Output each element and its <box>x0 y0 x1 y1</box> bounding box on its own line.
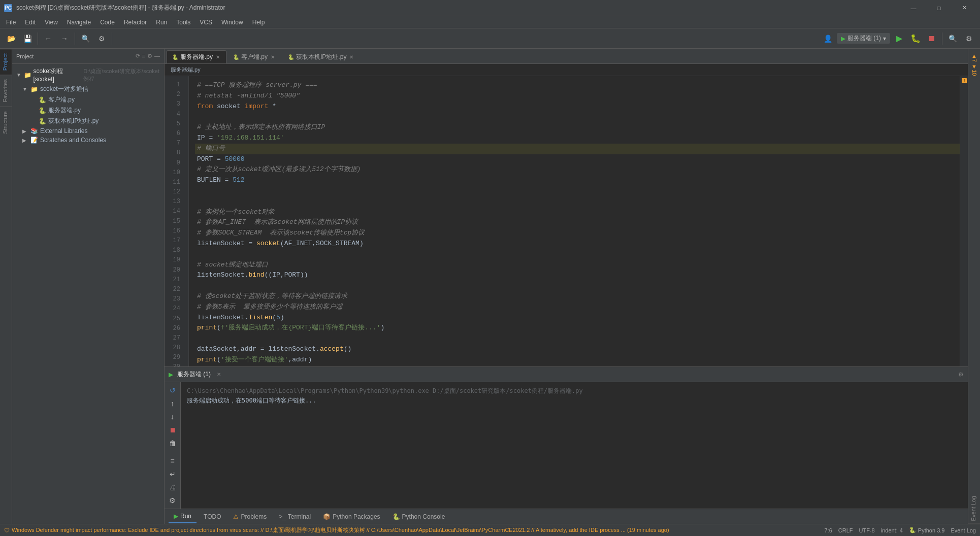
event-log-btn[interactable]: Event Log <box>968 494 980 524</box>
run-scroll-down-btn[interactable]: ↓ <box>167 411 179 423</box>
toolbar-save-btn[interactable]: 💾 <box>20 31 35 46</box>
toolbar-search2-btn[interactable]: 🔍 <box>945 31 960 46</box>
menu-view[interactable]: View <box>41 18 62 27</box>
folder-icon: 📁 <box>30 86 38 93</box>
sidebar-item-server[interactable]: 🐍 服务器端.py <box>12 105 164 116</box>
menu-tools[interactable]: Tools <box>172 18 194 27</box>
tab-label-getip: 获取本机IP地址.py <box>296 53 346 61</box>
sidebar-item-root[interactable]: ▼ 📁 scoket例程 [scoket] D:\桌面\scoket研究版本\s… <box>12 66 164 84</box>
tab-getip[interactable]: 🐍 获取本机IP地址.py ✕ <box>282 50 360 63</box>
maximize-button[interactable]: □ <box>927 1 951 15</box>
close-button[interactable]: ✕ <box>953 1 976 15</box>
code-editor[interactable]: 12345 678910 1112131415 1617181920 21222… <box>165 76 968 366</box>
toolbar-gear2-btn[interactable]: ⚙ <box>962 31 976 46</box>
bottom-tab-python-console[interactable]: 🐍 Python Console <box>387 510 450 523</box>
run-wrap-btn[interactable]: ↵ <box>167 468 179 480</box>
tab-close-getip[interactable]: ✕ <box>348 54 354 60</box>
charset-label: UTF-8 <box>859 527 875 533</box>
bottom-tab-todo[interactable]: TODO <box>199 510 226 523</box>
problems-icon: ⚠ <box>233 513 239 520</box>
run-config-selector[interactable]: ▶ 服务器端 (1) ▾ <box>837 33 890 44</box>
sidebar-item-external[interactable]: ▶ 📚 External Libraries <box>12 126 164 136</box>
menu-file[interactable]: File <box>2 18 20 27</box>
debug-btn[interactable]: 🐛 <box>908 31 923 46</box>
menu-navigate[interactable]: Navigate <box>63 18 95 27</box>
left-tab-structure[interactable]: Structure <box>0 107 12 138</box>
status-python[interactable]: 🐍 Python 3.9 <box>909 527 945 533</box>
right-panel-warnings[interactable]: ▲7 ▼10 <box>969 51 979 78</box>
tab-bar: 🐍 服务器端.py ✕ 🐍 客户端.py ✕ 🐍 获取本机IP地址.py ✕ <box>165 49 968 64</box>
sidebar-item-folder[interactable]: ▼ 📁 scoket一对多通信 <box>12 84 164 94</box>
menu-window[interactable]: Window <box>217 18 247 27</box>
status-charset[interactable]: UTF-8 <box>859 527 875 533</box>
code-line-12 <box>195 196 960 207</box>
status-crlf[interactable]: CRLF <box>838 527 853 533</box>
tab-close-server[interactable]: ✕ <box>215 54 221 60</box>
stop-btn[interactable]: ⏹ <box>925 31 939 46</box>
sidebar-item-client[interactable]: 🐍 客户端.py <box>12 94 164 105</box>
minimize-button[interactable]: — <box>902 1 925 15</box>
event-log-label: Event Log <box>951 527 976 533</box>
tab-icon: 🐍 <box>233 54 239 60</box>
tab-label-server: 服务器端.py <box>180 53 213 61</box>
sidebar-hide-btn[interactable]: — <box>154 53 160 59</box>
folder-icon: 📁 <box>24 72 31 79</box>
bottom-tab-python-packages[interactable]: 📦 Python Packages <box>318 510 385 523</box>
window-controls: — □ ✕ <box>902 1 976 15</box>
toolbar-sep-1 <box>38 32 38 45</box>
sidebar-header: Project ⟳ ≡ ⚙ — <box>12 49 164 64</box>
run-rerun-btn[interactable]: ↺ <box>167 384 179 396</box>
run-filter-btn[interactable]: ≡ <box>167 455 179 467</box>
menu-run[interactable]: Run <box>152 18 171 27</box>
left-tab-project[interactable]: Project <box>0 49 12 75</box>
sidebar-item-scratches[interactable]: ▶ 📝 Scratches and Consoles <box>12 136 164 145</box>
scratches-label: Scratches and Consoles <box>40 137 106 144</box>
run-settings-btn[interactable]: ⚙ <box>167 494 179 507</box>
code-line-22: # 参数5表示 最多接受多少个等待连接的客户端 <box>195 302 960 313</box>
sidebar-item-getip[interactable]: 🐍 获取本机IP地址.py <box>12 116 164 126</box>
toolbar-settings-btn[interactable]: ⚙ <box>94 31 109 46</box>
menu-vcs[interactable]: VCS <box>195 18 216 27</box>
toolbar-search-btn[interactable]: 🔍 <box>78 31 92 46</box>
bottom-tab-problems[interactable]: ⚠ Problems <box>228 510 272 523</box>
menu-edit[interactable]: Edit <box>21 18 40 27</box>
menu-code[interactable]: Code <box>96 18 119 27</box>
bottom-tab-terminal[interactable]: >_ Terminal <box>274 510 316 523</box>
run-stop-btn[interactable]: ⏹ <box>167 424 179 436</box>
run-panel-body: ↺ ↑ ↓ ⏹ 🗑 ≡ ↵ 🖨 ⚙ C:\Users\Chenhao\AppDa… <box>165 382 968 509</box>
run-clear-btn[interactable]: 🗑 <box>167 437 179 449</box>
menu-bar: File Edit View Navigate Code Refactor Ru… <box>0 16 980 28</box>
run-panel-close-btn[interactable]: ✕ <box>217 372 221 377</box>
toolbar-back-btn[interactable]: ← <box>41 31 55 46</box>
run-print-btn[interactable]: 🖨 <box>167 481 179 493</box>
code-content[interactable]: # ==TCP 服务端程序 server.py === # netstat -a… <box>189 76 960 366</box>
status-event-log[interactable]: Event Log <box>951 527 976 533</box>
status-warning[interactable]: 🛡 Windows Defender might impact performa… <box>4 526 821 534</box>
tab-server[interactable]: 🐍 服务器端.py ✕ <box>167 50 226 63</box>
run-scroll-up-btn[interactable]: ↑ <box>167 397 179 410</box>
toolbar-sep-3 <box>112 32 112 45</box>
toolbar-profile-btn[interactable]: 👤 <box>821 31 835 46</box>
code-line-6: IP = '192.168.151.114' <box>195 133 960 144</box>
indent-label: indent: <box>881 527 898 533</box>
status-indent[interactable]: indent: 4 <box>881 527 903 533</box>
code-line-19: listenSocket.bind((IP,PORT)) <box>195 270 960 281</box>
run-tab-icon: ▶ <box>174 513 178 520</box>
toolbar-open-btn[interactable]: 📂 <box>4 31 18 46</box>
code-line-1: # ==TCP 服务端程序 server.py === <box>195 80 960 91</box>
run-btn[interactable]: ▶ <box>892 31 906 46</box>
toolbar-forward-btn[interactable]: → <box>57 31 72 46</box>
run-panel-settings-btn[interactable]: ⚙ <box>958 371 964 378</box>
warnings-gutter: ! <box>960 76 968 366</box>
code-line-20 <box>195 281 960 291</box>
tab-client[interactable]: 🐍 客户端.py ✕ <box>227 50 281 63</box>
tab-close-client[interactable]: ✕ <box>270 54 276 60</box>
sidebar-gear-btn[interactable]: ⚙ <box>147 53 152 59</box>
breadcrumb-item[interactable]: 服务器端.py <box>171 66 201 74</box>
left-tab-favorites[interactable]: Favorites <box>0 75 12 106</box>
menu-help[interactable]: Help <box>248 18 269 27</box>
menu-refactor[interactable]: Refactor <box>120 18 151 27</box>
sidebar-collapse-btn[interactable]: ≡ <box>142 53 145 59</box>
bottom-tab-run[interactable]: ▶ Run <box>169 510 197 523</box>
sidebar-sync-btn[interactable]: ⟳ <box>136 53 140 59</box>
